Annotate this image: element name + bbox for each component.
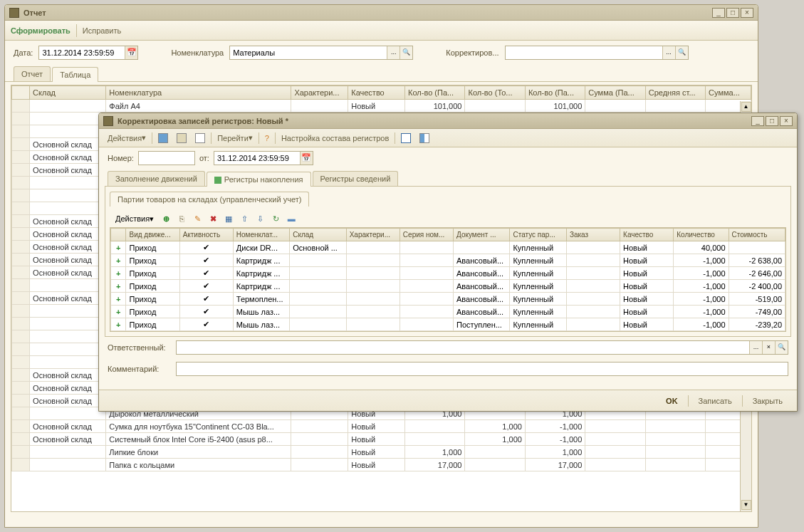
form-button[interactable]: Сформировать [11, 26, 71, 35]
minimize-button[interactable]: _ [712, 8, 725, 18]
tab-report[interactable]: Отчет [14, 66, 51, 81]
actions-dropdown[interactable]: Действия ▾ [105, 132, 149, 144]
help-icon[interactable]: ? [262, 132, 272, 144]
corr-input[interactable] [506, 48, 662, 57]
table-row[interactable]: Файл А4Новый101,000101,000 [12, 100, 751, 113]
table-row[interactable]: Основной складСистемный блок Intel Core … [12, 433, 751, 446]
modal-col-header[interactable]: Активность [179, 229, 233, 241]
config-button[interactable]: Настройка состава регистров [278, 132, 392, 144]
correction-window: Корректировка записей регистров: Новый *… [98, 113, 798, 412]
number-input[interactable] [138, 151, 195, 165]
table-row[interactable]: +Приход✔Картридж ...Авансовый...Купленны… [111, 267, 785, 280]
chart-icon[interactable]: ▬ [285, 212, 298, 225]
calendar-icon[interactable]: 📅 [125, 46, 137, 59]
scroll-down-icon[interactable]: ▼ [741, 500, 751, 510]
scroll-up-icon[interactable]: ▲ [741, 102, 751, 112]
move-down-icon[interactable]: ⇩ [254, 212, 266, 225]
corr-search-icon[interactable]: 🔍 [675, 46, 688, 59]
save-icon[interactable] [155, 132, 171, 145]
mark-row-icon[interactable]: ▦ [222, 212, 235, 225]
table-row[interactable]: +Приход✔Термоплен...Авансовый...Купленны… [111, 293, 785, 306]
ok-button[interactable]: OK [659, 395, 685, 407]
main-col-header[interactable]: Сумма... [706, 86, 751, 100]
main-col-header[interactable]: Склад [30, 86, 106, 100]
modal-col-header[interactable]: Заказ [566, 229, 620, 241]
modal-toolbar: Действия ▾ Перейти ▾ ? Настройка состава… [99, 129, 797, 147]
table-row[interactable]: Основной складСумка для ноутбука 15"Cont… [12, 420, 751, 433]
modal-col-header[interactable] [111, 229, 126, 241]
maximize-button[interactable]: □ [726, 8, 739, 18]
doc-icon[interactable] [192, 132, 208, 145]
tab-table[interactable]: Таблица [52, 67, 98, 82]
main-col-header[interactable]: Качество [348, 86, 405, 100]
responsible-clear-icon[interactable]: × [762, 341, 775, 354]
corr-select-icon[interactable]: ... [662, 46, 675, 59]
main-col-header[interactable]: Номенклатура [106, 86, 291, 100]
edit-row-icon[interactable]: ✎ [191, 212, 204, 225]
fix-button[interactable]: Исправить [83, 26, 121, 35]
table-row[interactable]: +Приход✔Мышь лаз...Авансовый...Купленный… [111, 306, 785, 318]
responsible-search-icon[interactable]: 🔍 [775, 341, 788, 354]
subtab-parties[interactable]: Партии товаров на складах (управленчески… [110, 192, 309, 207]
close-modal-button[interactable]: Закрыть [746, 395, 790, 407]
add-row-icon[interactable]: ⊕ [160, 212, 172, 225]
responsible-select-icon[interactable]: ... [749, 341, 762, 354]
date-input[interactable] [39, 48, 125, 57]
main-col-header[interactable]: Характери... [291, 86, 348, 100]
table-row[interactable]: Липкие блокиНовый1,0001,000 [12, 446, 751, 459]
table-row[interactable]: +Приход✔Мышь лаз...Поступлен...Купленный… [111, 318, 785, 331]
from-calendar-icon[interactable]: 📅 [300, 152, 313, 165]
modal-col-header[interactable]: Склад [290, 229, 346, 241]
modal-col-header[interactable]: Документ ... [454, 229, 510, 241]
tab-info[interactable]: Регистры сведений [313, 171, 399, 186]
modal-col-header[interactable]: Серия ном... [400, 229, 453, 241]
modal-maximize-button[interactable]: □ [766, 116, 778, 126]
modal-col-header[interactable]: Номенклат... [233, 229, 289, 241]
nomen-search-icon[interactable]: 🔍 [400, 46, 412, 59]
table-row[interactable]: Папка с кольцамиНовый17,00017,000 [12, 459, 751, 471]
main-col-header[interactable]: Кол-во (Па... [405, 86, 465, 100]
filter-row: Дата: 📅 Номенклатура ... 🔍 Корректиров..… [5, 41, 758, 65]
move-up-icon[interactable]: ⇧ [238, 212, 251, 225]
list-icon[interactable] [398, 132, 414, 145]
responsible-input[interactable] [177, 343, 749, 352]
main-col-header[interactable]: Кол-во (Па... [525, 86, 585, 100]
main-col-header[interactable]: Кол-во (То... [465, 86, 525, 100]
goto-dropdown[interactable]: Перейти ▾ [214, 132, 256, 144]
modal-col-header[interactable]: Качество [620, 229, 674, 241]
nomen-select-icon[interactable]: ... [387, 46, 400, 59]
main-col-header[interactable]: Средняя ст... [645, 86, 705, 100]
modal-titlebar[interactable]: Корректировка записей регистров: Новый *… [99, 113, 797, 129]
save-button[interactable]: Записать [691, 395, 739, 407]
nomen-input[interactable] [230, 48, 387, 57]
comment-row: Комментарий: [99, 358, 797, 380]
comment-field [176, 362, 788, 376]
comment-input[interactable] [177, 365, 788, 373]
copy-row-icon[interactable]: ⎘ [175, 212, 188, 225]
delete-row-icon[interactable]: ✖ [207, 212, 219, 225]
modal-col-header[interactable]: Характери... [346, 229, 400, 241]
modal-grid-wrap: Вид движе...АктивностьНоменклат...СкладХ… [110, 227, 786, 332]
close-button[interactable]: × [741, 8, 753, 18]
grid-actions-dropdown[interactable]: Действия ▾ [113, 212, 157, 225]
main-col-header[interactable]: Сумма (Па... [585, 86, 645, 100]
post-icon[interactable] [174, 132, 189, 145]
modal-col-header[interactable]: Стоимость [729, 229, 785, 241]
table-row[interactable]: +Приход✔Картридж ...Авансовый...Купленны… [111, 280, 785, 293]
modal-col-header[interactable]: Статус пар... [510, 229, 566, 241]
table-row[interactable]: +Приход✔Диски DR...Основной ...Купленный… [111, 241, 785, 254]
tab-accum[interactable]: Регистры накопления [207, 172, 311, 187]
table-row[interactable]: +Приход✔Картридж ...Авансовый...Купленны… [111, 254, 785, 267]
modal-close-button[interactable]: × [780, 116, 793, 126]
modal-app-icon [103, 116, 113, 126]
modal-grid[interactable]: Вид движе...АктивностьНоменклат...СкладХ… [110, 228, 785, 331]
refresh-icon[interactable]: ↻ [269, 212, 282, 225]
accum-icon [214, 177, 221, 184]
tab-fill[interactable]: Заполнение движений [108, 171, 205, 186]
modal-minimize-button[interactable]: _ [751, 116, 764, 126]
from-date-input[interactable] [214, 154, 300, 162]
columns-icon[interactable] [417, 132, 432, 145]
modal-col-header[interactable]: Количество [674, 229, 729, 241]
modal-col-header[interactable]: Вид движе... [126, 229, 179, 241]
main-titlebar[interactable]: Отчет _ □ × [5, 5, 758, 21]
